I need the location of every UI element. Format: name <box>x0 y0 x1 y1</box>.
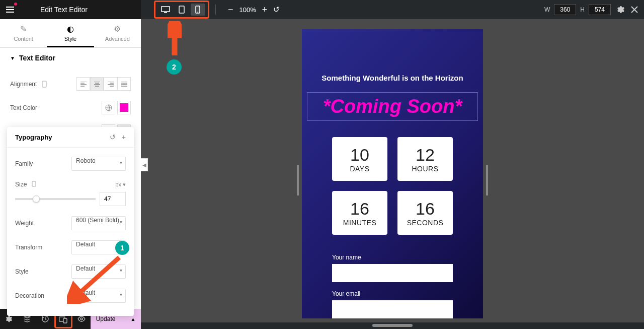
panel-collapse-button[interactable]: ◀ <box>141 158 148 171</box>
form-name-label: Your name <box>332 254 453 261</box>
resize-handle-right[interactable] <box>486 165 488 195</box>
text-color-row: Text Color <box>0 96 141 119</box>
update-label: Update <box>96 315 116 322</box>
horizontal-scrollbar[interactable] <box>141 322 644 329</box>
typography-add-button[interactable]: + <box>122 133 126 141</box>
annotation-badge-1: 1 <box>115 241 129 255</box>
svg-rect-10 <box>63 318 67 323</box>
countdown-days: 10 DAYS <box>332 137 387 181</box>
svg-point-11 <box>80 318 83 320</box>
device-preview-frame[interactable]: Something Wonderful is on the Horizon *C… <box>302 29 483 318</box>
zoom-reset-button[interactable]: ↺ <box>273 5 280 14</box>
size-input[interactable] <box>100 192 126 206</box>
resize-handle-left[interactable] <box>297 165 299 195</box>
alignment-label: Alignment <box>10 81 37 88</box>
tab-style[interactable]: ◐ Style <box>47 19 94 47</box>
device-tablet-button[interactable] <box>175 4 189 16</box>
align-justify-button[interactable] <box>117 77 131 91</box>
form-email-label: Your email <box>332 290 453 297</box>
editor-toolbar: − 100% + ↺ W H <box>141 0 644 19</box>
settings-icon[interactable] <box>617 6 625 14</box>
color-global-button[interactable] <box>102 101 115 114</box>
zoom-controls: − 100% + ↺ <box>228 5 280 15</box>
color-picker-button[interactable] <box>117 101 131 114</box>
countdown-hours: 12 HOURS <box>397 137 453 181</box>
svg-rect-5 <box>42 81 46 87</box>
style-select[interactable]: Default <box>71 265 126 279</box>
panel-tabs: ✎ Content ◐ Style ⚙ Advanced <box>0 19 141 48</box>
caret-down-icon: ▼ <box>10 55 15 61</box>
device-mobile-button[interactable] <box>191 4 205 16</box>
countdown-minutes: 16 MINUTES <box>332 191 387 235</box>
size-unit-select[interactable]: px ▾ <box>115 181 126 188</box>
menu-button[interactable] <box>4 4 16 16</box>
tab-label: Content <box>14 36 33 42</box>
annotation-badge-2: 2 <box>167 59 182 75</box>
transform-label: Transform <box>15 244 42 251</box>
align-center-button[interactable] <box>90 77 104 91</box>
typography-popout: Typography ↺ + Family Roboto Size px ▾ <box>7 127 134 316</box>
size-slider[interactable] <box>15 198 96 200</box>
tab-label: Advanced <box>105 36 130 42</box>
decoration-label: Decoration <box>15 292 44 299</box>
height-input[interactable] <box>589 4 611 15</box>
text-color-label: Text Color <box>10 104 37 111</box>
section-title: Text Editor <box>19 54 55 62</box>
zoom-in-button[interactable]: + <box>262 5 268 15</box>
width-input[interactable] <box>554 4 576 15</box>
tab-advanced[interactable]: ⚙ Advanced <box>94 19 141 47</box>
responsive-icon[interactable] <box>32 181 39 188</box>
device-switcher <box>154 1 209 19</box>
align-right-button[interactable] <box>104 77 117 91</box>
align-left-button[interactable] <box>76 77 90 91</box>
gear-icon: ⚙ <box>94 24 141 34</box>
dimension-controls: W H <box>544 4 611 15</box>
svg-rect-0 <box>162 7 170 12</box>
family-label: Family <box>15 160 33 167</box>
svg-point-4 <box>197 12 198 13</box>
tab-content[interactable]: ✎ Content <box>0 19 47 47</box>
svg-rect-2 <box>179 6 184 13</box>
decoration-select[interactable]: Default <box>71 289 126 303</box>
preview-subtitle[interactable]: Something Wonderful is on the Horizon <box>302 74 483 82</box>
scrollbar-thumb[interactable] <box>372 324 413 327</box>
width-label: W <box>544 6 550 13</box>
panel-title: Edit Text Editor <box>40 6 88 14</box>
typography-reset-button[interactable]: ↺ <box>110 133 116 141</box>
tab-label: Style <box>64 36 76 42</box>
height-label: H <box>580 6 585 13</box>
section-header-row[interactable]: ▼ Text Editor <box>0 48 141 72</box>
canvas-area: Something Wonderful is on the Horizon *C… <box>141 19 644 322</box>
chevron-up-icon: ▲ <box>130 316 135 322</box>
svg-rect-8 <box>32 181 36 186</box>
preview-title[interactable]: *Coming Soon* <box>307 92 478 121</box>
preview-form[interactable]: Your name Your email <box>302 254 483 318</box>
countdown-widget[interactable]: 10 DAYS 12 HOURS 16 MINUTES 16 SECONDS <box>302 127 483 245</box>
family-select[interactable]: Roboto <box>71 157 126 171</box>
weight-label: Weight <box>15 220 34 227</box>
form-name-input[interactable] <box>332 264 453 282</box>
zoom-out-button[interactable]: − <box>228 5 233 15</box>
weight-select[interactable]: 600 (Semi Bold) <box>71 216 126 230</box>
pencil-icon: ✎ <box>0 24 47 34</box>
zoom-level[interactable]: 100% <box>239 6 256 14</box>
responsive-icon[interactable] <box>42 81 49 88</box>
alignment-row: Alignment <box>0 72 141 96</box>
close-icon[interactable] <box>631 6 638 13</box>
typography-popout-title: Typography <box>15 134 52 141</box>
style-label: Style <box>15 268 29 275</box>
device-desktop-button[interactable] <box>158 4 173 16</box>
size-label: Size <box>15 181 27 188</box>
form-email-input[interactable] <box>332 300 453 318</box>
countdown-seconds: 16 SECONDS <box>397 191 453 235</box>
contrast-icon: ◐ <box>47 24 94 34</box>
svg-rect-1 <box>164 12 167 13</box>
